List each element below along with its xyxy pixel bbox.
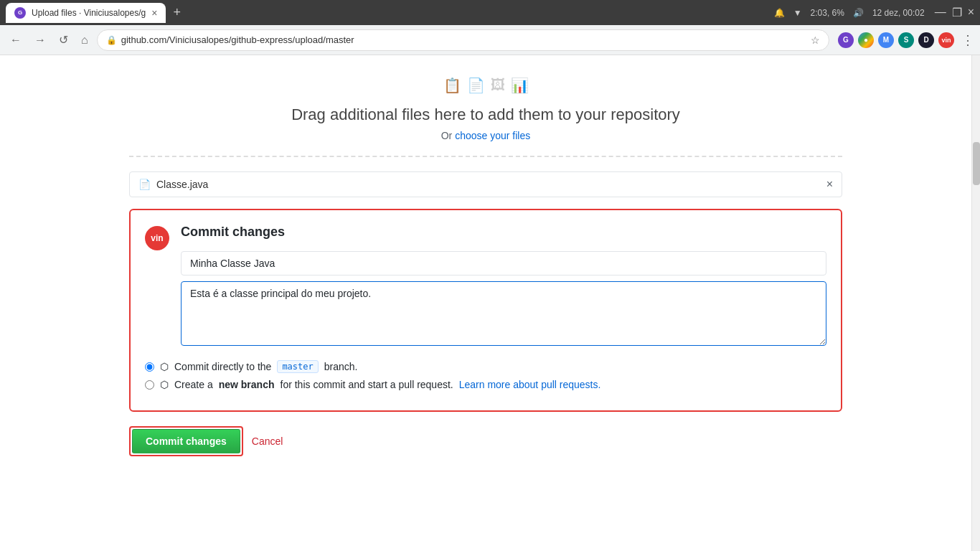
chrome-icon[interactable]: ● xyxy=(858,32,874,48)
ext-vin-icon[interactable]: vin xyxy=(938,32,954,48)
radio1-label: Commit directly to the xyxy=(174,361,271,372)
commit-message-input[interactable] xyxy=(181,251,826,276)
url-text: github.com/Viniciusalopes/github-express… xyxy=(121,34,806,45)
scrollbar[interactable] xyxy=(971,55,980,551)
or-text: Or choose your files xyxy=(441,130,531,141)
forward-button[interactable]: → xyxy=(30,31,50,50)
branch-option-direct: ⬡ Commit directly to the master branch. xyxy=(145,360,826,373)
github-ext-icon[interactable]: G xyxy=(838,32,854,48)
pull-request-link[interactable]: Learn more about pull requests. xyxy=(459,379,601,390)
commit-section-title: Commit changes xyxy=(181,225,826,240)
browser-chrome: G Upload files · Viniciusalopes/g × + 🔔 … xyxy=(0,0,980,25)
radio1-suffix: branch. xyxy=(324,361,358,372)
battery-info: 2:03, 6% xyxy=(811,8,844,18)
upload-icon-1: 📋 xyxy=(443,77,461,94)
cancel-button[interactable]: Cancel xyxy=(252,435,283,447)
home-button[interactable]: ⌂ xyxy=(77,31,93,50)
file-type-icon: 📄 xyxy=(138,179,151,190)
file-item: 📄 Classe.java × xyxy=(129,171,842,197)
tab-title: Upload files · Viniciusalopes/g xyxy=(32,8,146,18)
browser-menu-button[interactable]: ⋮ xyxy=(961,32,974,48)
new-tab-button[interactable]: + xyxy=(173,5,181,20)
choose-files-link[interactable]: choose your files xyxy=(455,130,530,141)
commit-changes-button[interactable]: Commit changes xyxy=(132,429,240,453)
scrollbar-thumb[interactable] xyxy=(973,142,980,185)
tab-favicon: G xyxy=(14,7,26,19)
ext-dark-icon[interactable]: D xyxy=(918,32,934,48)
branch-badge: master xyxy=(277,360,318,373)
system-icons: 🔔 ▼ 2:03, 6% 🔊 12 dez, 00:02 xyxy=(774,8,925,18)
upload-area: 📋 📄 🖼 📊 Drag additional files here to ad… xyxy=(129,55,842,157)
volume-icon: 🔊 xyxy=(853,8,864,18)
notification-icon: 🔔 xyxy=(774,8,785,18)
minimize-button[interactable]: — xyxy=(935,6,946,19)
user-avatar: vin xyxy=(145,226,169,250)
branch-icon: ⬡ xyxy=(160,361,169,372)
system-time: 12 dez, 00:02 xyxy=(872,8,925,18)
branch-direct-radio[interactable] xyxy=(145,362,154,372)
content-area: 📋 📄 🖼 📊 Drag additional files here to ad… xyxy=(0,55,971,471)
browser-tab[interactable]: G Upload files · Viniciusalopes/g × xyxy=(6,3,166,23)
action-buttons: Commit changes Cancel xyxy=(129,426,842,456)
ext-blue-icon[interactable]: M xyxy=(878,32,894,48)
radio2-suffix: for this commit and start a pull request… xyxy=(281,379,453,390)
bookmark-icon[interactable]: ☆ xyxy=(811,34,820,46)
file-remove-button[interactable]: × xyxy=(826,178,833,191)
upload-icon-4: 📊 xyxy=(511,77,529,94)
close-window-button[interactable]: × xyxy=(968,6,974,19)
extension-icons: G ● M S D vin xyxy=(838,32,954,48)
commit-button-wrapper: Commit changes xyxy=(129,426,243,456)
file-list: 📄 Classe.java × xyxy=(129,171,842,197)
file-name: Classe.java xyxy=(156,179,826,190)
lock-icon: 🔒 xyxy=(106,35,117,45)
commit-box: vin Commit changes Esta é a classe princ… xyxy=(129,209,842,412)
refresh-button[interactable]: ↺ xyxy=(55,30,72,50)
address-bar[interactable]: 🔒 github.com/Viniciusalopes/github-expre… xyxy=(97,29,829,51)
branch-new-radio[interactable] xyxy=(145,380,154,390)
tab-close-btn[interactable]: × xyxy=(151,7,157,19)
branch-options: ⬡ Commit directly to the master branch. … xyxy=(145,360,826,390)
radio2-bold: new branch xyxy=(219,379,275,390)
back-button[interactable]: ← xyxy=(6,31,26,50)
branch-new-icon: ⬡ xyxy=(160,379,169,390)
upload-icon-3: 🖼 xyxy=(491,77,505,94)
drag-text: Drag additional files here to add them t… xyxy=(291,105,680,124)
radio2-label: Create a xyxy=(174,379,213,390)
branch-option-new: ⬡ Create a new branch for this commit an… xyxy=(145,379,826,390)
commit-section: vin Commit changes Esta é a classe princ… xyxy=(129,209,842,456)
upload-icons: 📋 📄 🖼 📊 xyxy=(443,77,529,94)
upload-icon-2: 📄 xyxy=(467,77,485,94)
page-wrapper: 📋 📄 🖼 📊 Drag additional files here to ad… xyxy=(0,55,980,551)
wifi-icon: ▼ xyxy=(793,8,802,18)
maximize-button[interactable]: ❐ xyxy=(952,6,962,19)
navigation-bar: ← → ↺ ⌂ 🔒 github.com/Viniciusalopes/gith… xyxy=(0,25,980,55)
ext-teal-icon[interactable]: S xyxy=(898,32,914,48)
page-content: 📋 📄 🖼 📊 Drag additional files here to ad… xyxy=(0,55,971,551)
commit-description-textarea[interactable]: Esta é a classe principal do meu projeto… xyxy=(181,281,826,346)
window-controls: — ❐ × xyxy=(935,6,974,19)
